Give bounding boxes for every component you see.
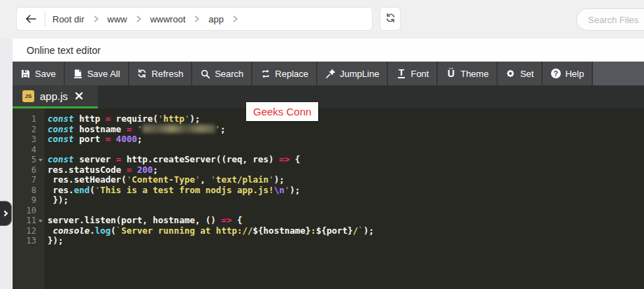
button-label: Refresh [152, 69, 184, 79]
code-line[interactable]: 4 [13, 145, 644, 155]
line-number: 12 [13, 226, 36, 237]
theme-button[interactable]: Ü Theme [438, 62, 497, 85]
save-button[interactable]: Save [13, 62, 65, 85]
sidebar-expand-handle[interactable] [0, 201, 12, 226]
line-number: 10 [13, 206, 36, 216]
chevron-right-icon [136, 14, 141, 24]
tab-bar: JS app.js [13, 85, 644, 108]
line-number: 4 [13, 145, 36, 155]
javascript-file-icon: JS [22, 90, 34, 102]
font-button[interactable]: T Font [388, 62, 438, 85]
line-number: 2 [13, 125, 36, 135]
button-label: Theme [460, 69, 488, 79]
gear-icon [506, 69, 516, 79]
help-button[interactable]: ? Help [543, 62, 593, 85]
line-number: 9 [13, 195, 36, 206]
button-label: JumpLine [340, 69, 379, 79]
jumpline-button[interactable]: JumpLine [317, 62, 388, 85]
search-button[interactable]: Search [192, 62, 252, 85]
line-number: 11 [13, 216, 36, 226]
redacted-hostname [143, 125, 215, 133]
page-title: Online text editor [13, 38, 644, 62]
save-all-icon [73, 69, 83, 79]
button-label: Set [520, 69, 534, 79]
breadcrumb-container: Root dir www wwwroot app [16, 7, 373, 31]
line-number: 13 [13, 236, 36, 246]
save-all-button[interactable]: Save All [65, 62, 129, 85]
button-label: Replace [275, 69, 308, 79]
close-tab-icon[interactable] [75, 92, 83, 100]
button-label: Save All [87, 69, 120, 79]
code-line[interactable]: 9 }); [13, 195, 644, 206]
chevron-right-icon [194, 14, 199, 24]
code-line[interactable]: 10 [13, 206, 644, 216]
back-button[interactable] [17, 8, 45, 30]
line-number: 3 [13, 134, 36, 145]
code-line[interactable]: 13}); [13, 236, 644, 246]
code-line[interactable]: 8 res.end('This is a test from nodjs app… [13, 185, 644, 196]
fold-arrow-icon[interactable] [38, 220, 43, 223]
replace-button[interactable]: Replace [252, 62, 317, 85]
tab-app-js[interactable]: JS app.js [13, 85, 98, 108]
code-line[interactable]: 11server.listen(port, hostname, () => { [13, 216, 644, 226]
line-number: 8 [13, 185, 36, 196]
line-number: 7 [13, 175, 36, 185]
fold-arrow-icon[interactable] [38, 159, 43, 162]
code-line[interactable]: 1const http = require('http'); [13, 114, 644, 125]
chevron-right-icon [2, 211, 8, 216]
search-files-input[interactable] [576, 8, 644, 31]
button-label: Font [410, 69, 429, 79]
theme-icon: Ü [445, 69, 456, 79]
refresh-icon [385, 13, 396, 25]
refresh-button[interactable]: Refresh [129, 62, 193, 85]
line-number: 5 [13, 155, 36, 165]
breadcrumb-item-root[interactable]: Root dir [52, 14, 85, 24]
line-number: 6 [13, 165, 36, 176]
breadcrumb-item-www[interactable]: www [108, 14, 127, 24]
button-label: Save [35, 69, 56, 79]
code-editor[interactable]: 1const http = require('http');2const hos… [13, 108, 644, 289]
chevron-right-icon [233, 14, 238, 24]
code-line[interactable]: 7 res.setHeader('Content-Type', 'text/pl… [13, 175, 644, 185]
set-button[interactable]: Set [498, 62, 543, 85]
editor-toolbar: Save Save All Refresh Search Replace Jum… [13, 62, 644, 85]
line-number: 1 [13, 114, 36, 125]
save-icon [20, 69, 31, 79]
button-label: Search [215, 69, 243, 79]
code-line[interactable]: 5const server = http.createServer((req, … [13, 155, 644, 165]
breadcrumb: Root dir www wwwroot app [45, 14, 247, 24]
toolbar-filler [593, 62, 644, 85]
font-icon: T [396, 69, 406, 79]
code-line[interactable]: 3const port = 4000; [13, 134, 644, 145]
pin-icon [325, 69, 336, 79]
button-label: Help [565, 69, 584, 79]
code-line[interactable]: 2const hostname = ''; [13, 125, 644, 135]
file-manager-topbar: Root dir www wwwroot app [0, 0, 644, 38]
breadcrumb-item-wwwroot[interactable]: wwwroot [150, 14, 186, 24]
online-text-editor-panel: Online text editor Save Save All Refresh… [13, 38, 644, 289]
geeks-conn-watermark: Geeks Conn [246, 102, 318, 121]
refresh-directory-button[interactable] [380, 7, 401, 31]
refresh-icon [137, 69, 148, 79]
tab-label: app.js [40, 90, 68, 102]
help-icon: ? [550, 69, 561, 79]
code-line[interactable]: 12 console.log(`Server running at http:/… [13, 226, 644, 237]
chevron-right-icon [94, 14, 99, 24]
code-line[interactable]: 6res.statusCode = 200; [13, 165, 644, 176]
search-icon [200, 69, 210, 79]
breadcrumb-item-app[interactable]: app [208, 14, 224, 24]
replace-icon [260, 69, 271, 79]
